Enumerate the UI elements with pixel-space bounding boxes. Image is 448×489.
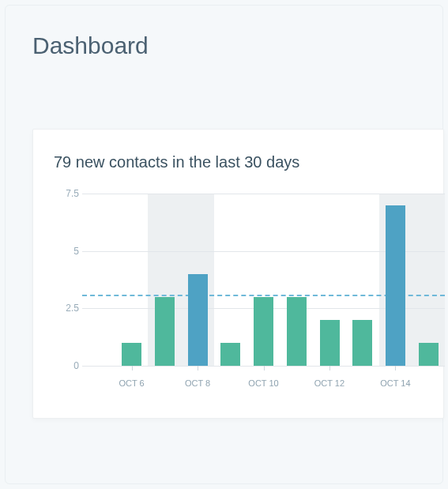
x-tick-label: OCT 12 <box>314 378 344 388</box>
bar-slot <box>247 194 280 366</box>
x-tick-label: OCT 6 <box>119 378 144 388</box>
x-tick <box>264 366 265 371</box>
bar <box>352 320 372 366</box>
bar-slot <box>346 194 379 366</box>
x-tick <box>198 366 198 371</box>
bar <box>188 274 208 366</box>
y-tick-label: 7.5 <box>58 188 79 199</box>
bar <box>122 343 141 366</box>
chart-title: 79 new contacts in the last 30 days <box>54 153 443 171</box>
y-tick-label: 5 <box>58 246 79 257</box>
bar-slot <box>214 194 247 366</box>
bars-container <box>82 194 445 366</box>
bar-slot <box>181 194 214 366</box>
bar <box>254 297 273 366</box>
bar-slot <box>379 194 412 366</box>
bar-slot <box>412 194 445 366</box>
y-tick-label: 2.5 <box>58 303 79 314</box>
bar <box>220 343 240 366</box>
x-tick <box>395 366 396 371</box>
x-tick-label: OCT 10 <box>248 378 278 388</box>
bar <box>386 205 405 366</box>
bar <box>287 297 307 366</box>
contacts-bar-chart: 02.557.5 OCT 6OCT 8OCT 10OCT 12OCT 14 <box>54 194 445 397</box>
y-tick-label: 0 <box>58 360 79 371</box>
bar-slot <box>115 194 149 366</box>
bar-slot <box>148 194 181 366</box>
bar-slot <box>82 194 115 366</box>
x-tick <box>132 366 133 371</box>
x-tick <box>329 366 330 371</box>
bar <box>419 343 439 366</box>
page-title: Dashboard <box>32 32 442 59</box>
bar-slot <box>313 194 346 366</box>
bar-slot <box>280 194 313 366</box>
x-tick-label: OCT 14 <box>380 378 410 388</box>
contacts-chart-card: 79 new contacts in the last 30 days 02.5… <box>32 129 444 419</box>
bar <box>320 320 340 366</box>
x-tick-label: OCT 8 <box>185 378 210 388</box>
bar <box>155 297 175 366</box>
